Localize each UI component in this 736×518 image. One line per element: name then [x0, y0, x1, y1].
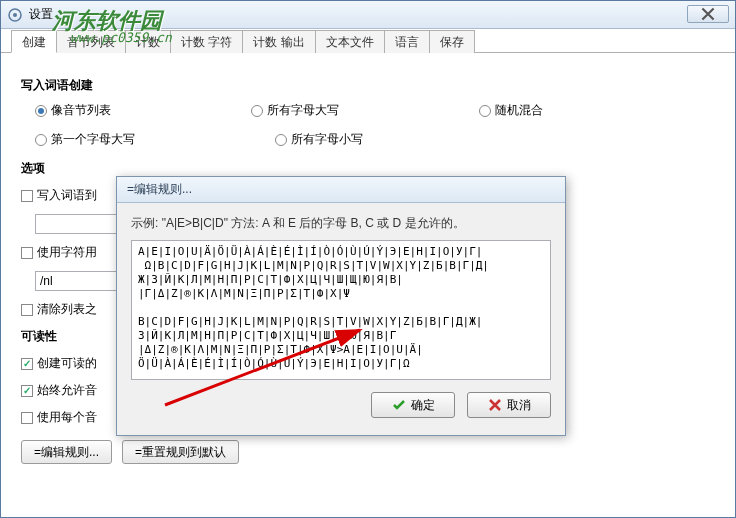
radio-icon	[35, 105, 47, 117]
close-button[interactable]	[687, 5, 729, 23]
ok-button[interactable]: 确定	[371, 392, 455, 418]
radio-icon	[275, 134, 287, 146]
checkbox-icon	[21, 412, 33, 424]
checkbox-icon	[21, 247, 33, 259]
tab-bar: 创建 音节列表 计数 计数 字符 计数 输出 文本文件 语言 保存	[1, 29, 735, 53]
close-icon	[701, 7, 715, 21]
tab-create[interactable]: 创建	[11, 30, 57, 53]
edit-rules-dialog: =编辑规则... 示例: "A|E>B|C|D" 方法: A 和 E 后的字母 …	[116, 176, 566, 436]
tab-text-file[interactable]: 文本文件	[315, 30, 385, 53]
tab-syllable-list[interactable]: 音节列表	[56, 30, 126, 53]
tab-save[interactable]: 保存	[429, 30, 475, 53]
tab-count[interactable]: 计数	[125, 30, 171, 53]
svg-point-1	[13, 13, 17, 17]
tab-count-output[interactable]: 计数 输出	[242, 30, 315, 53]
radio-all-upper[interactable]: 所有字母大写	[251, 102, 339, 119]
checkbox-icon	[21, 358, 33, 370]
section-write-title: 写入词语创建	[21, 77, 715, 94]
radio-icon	[479, 105, 491, 117]
tab-count-chars[interactable]: 计数 字符	[170, 30, 243, 53]
window-title: 设置	[29, 6, 53, 23]
edit-rules-button[interactable]: =编辑规则...	[21, 440, 112, 464]
checkbox-icon	[21, 190, 33, 202]
settings-icon	[7, 7, 23, 23]
radio-random-mix[interactable]: 随机混合	[479, 102, 543, 119]
titlebar: 设置	[1, 1, 735, 29]
radio-all-lower[interactable]: 所有字母小写	[275, 131, 363, 148]
cancel-button[interactable]: 取消	[467, 392, 551, 418]
radio-like-syllable[interactable]: 像音节列表	[35, 102, 111, 119]
radio-icon	[35, 134, 47, 146]
radio-icon	[251, 105, 263, 117]
reset-rules-button[interactable]: =重置规则到默认	[122, 440, 239, 464]
radio-first-upper[interactable]: 第一个字母大写	[35, 131, 135, 148]
checkbox-icon	[21, 385, 33, 397]
section-options-title: 选项	[21, 160, 715, 177]
rules-textarea[interactable]: A|E|I|O|U|Ä|Ö|Ü|À|Á|È|É|Ì|Í|Ò|Ó|Ù|Ú|Ý|Э|…	[131, 240, 551, 380]
tab-language[interactable]: 语言	[384, 30, 430, 53]
dialog-title: =编辑规则...	[117, 177, 565, 203]
check-icon	[392, 398, 406, 412]
example-text: 示例: "A|E>B|C|D" 方法: A 和 E 后的字母 B, C 或 D …	[131, 215, 551, 232]
x-icon	[488, 398, 502, 412]
checkbox-icon	[21, 304, 33, 316]
